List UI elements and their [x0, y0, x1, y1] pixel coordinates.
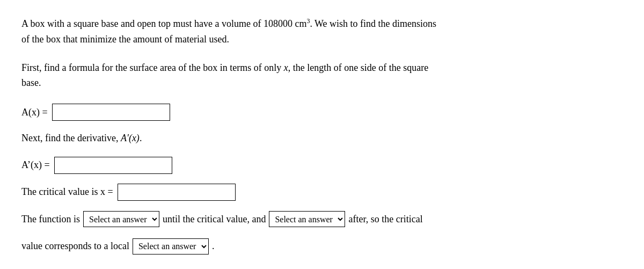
- select-answer-1[interactable]: Select an answer increasing decreasing: [83, 211, 159, 227]
- main-content: A box with a square base and open top mu…: [21, 16, 612, 255]
- intro-text-line1: A box with a square base and open top mu…: [21, 18, 306, 29]
- second-text-line2: base.: [21, 77, 41, 88]
- function-behavior-line1: The function is Select an answer increas…: [21, 210, 612, 228]
- intro-text-line1-end: . We wish to find the dimensions: [310, 18, 436, 29]
- select-answer-3[interactable]: Select an answer minimum maximum: [133, 238, 209, 255]
- after-label: after, so the critical: [348, 210, 422, 228]
- variable-x-inline: x: [284, 62, 288, 73]
- function-behavior-line2: value corresponds to a local Select an a…: [21, 237, 612, 255]
- a-prime-x-text: A′(x): [121, 133, 140, 143]
- derivative-label-text: Next, find the derivative, A′(x).: [21, 130, 612, 146]
- function-is-label: The function is: [21, 210, 80, 228]
- critical-value-label: The critical value is x =: [21, 186, 113, 198]
- aprime-block: A’(x) =: [21, 157, 612, 174]
- select-answer-2[interactable]: Select an answer increasing decreasing: [269, 211, 345, 227]
- second-text-line1-end: , the length of one side of the square: [288, 62, 428, 73]
- intro-paragraph: A box with a square base and open top mu…: [21, 16, 612, 47]
- derivative-section: Next, find the derivative, A′(x). A’(x) …: [21, 130, 612, 174]
- until-critical-label: until the critical value, and: [163, 210, 266, 228]
- value-corresponds-label: value corresponds to a local: [21, 237, 129, 255]
- critical-value-block: The critical value is x =: [21, 184, 612, 201]
- second-text-line1: First, find a formula for the surface ar…: [21, 62, 284, 73]
- critical-value-input[interactable]: [118, 184, 236, 201]
- period-label: .: [212, 237, 215, 255]
- intro-text-line2: of the box that minimize the amount of m…: [21, 34, 229, 45]
- ax-label: A(x) =: [21, 107, 48, 118]
- ax-block: A(x) =: [21, 104, 612, 121]
- second-paragraph: First, find a formula for the surface ar…: [21, 60, 612, 91]
- aprime-label: A’(x) =: [21, 159, 50, 171]
- ax-input[interactable]: [52, 104, 170, 121]
- aprime-input[interactable]: [54, 157, 172, 174]
